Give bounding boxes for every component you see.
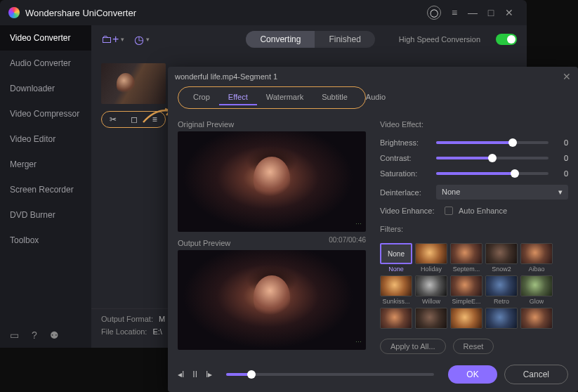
auto-enhance-checkbox[interactable] [445, 207, 453, 215]
sidebar: Video Converter Audio Converter Download… [0, 25, 91, 348]
filter-label: Retro [494, 298, 509, 305]
minimize-button[interactable]: — [464, 4, 482, 22]
deinterlace-select[interactable]: None▾ [436, 185, 568, 200]
filter-label: None [388, 266, 404, 273]
tutorial-icon[interactable]: ▭ [10, 329, 19, 341]
filter-unnamed[interactable] [380, 308, 412, 329]
filter-retro[interactable]: Retro [485, 275, 518, 305]
add-file-icon: 🗀+ [101, 33, 119, 46]
tab-crop[interactable]: Crop [184, 90, 219, 105]
sidebar-item-toolbox[interactable]: Toolbox [0, 228, 91, 253]
watermark-icon: ⋯ [355, 339, 362, 346]
filter-snow2[interactable]: Snow2 [485, 243, 518, 273]
next-frame-button[interactable]: I▸ [206, 370, 212, 379]
original-preview: ⋯ [178, 131, 366, 232]
filter-grid: NoneNoneHolidaySeptem...Snow2AibaoSunkis… [380, 243, 568, 329]
filter-septem-[interactable]: Septem... [450, 243, 482, 273]
tab-converting[interactable]: Converting [246, 31, 315, 48]
filter-unnamed[interactable] [450, 308, 482, 329]
reset-button[interactable]: Reset [453, 339, 494, 354]
brightness-label: Brightness: [380, 138, 429, 147]
file-thumbnail[interactable] [101, 63, 166, 104]
filters-label: Filters: [380, 225, 568, 233]
tab-subtitle[interactable]: Subtitle [313, 90, 357, 105]
contrast-slider[interactable] [436, 157, 549, 159]
effects-menu-icon[interactable]: ≡ [152, 115, 157, 124]
chevron-down-icon: ▾ [121, 36, 124, 43]
filter-label: Willow [422, 298, 440, 305]
filter-willow[interactable]: Willow [415, 275, 447, 305]
status-tabs: Converting Finished [246, 31, 374, 48]
filter-simplee-[interactable]: SimpleE... [450, 275, 482, 305]
contrast-value: 0 [556, 154, 568, 162]
menu-icon[interactable]: ≡ [445, 4, 464, 22]
app-logo-icon [8, 7, 20, 18]
chevron-down-icon: ▾ [146, 36, 150, 43]
sidebar-item-merger[interactable]: Merger [0, 152, 91, 177]
add-from-device-button[interactable]: ◷▾ [134, 33, 150, 46]
sidebar-item-video-editor[interactable]: Video Editor [0, 126, 91, 152]
contrast-label: Contrast: [380, 154, 429, 162]
file-location-value[interactable]: E:\ [152, 327, 162, 336]
tab-audio[interactable]: Audio [357, 90, 395, 105]
filter-unnamed[interactable] [485, 308, 518, 329]
filter-sunkiss-[interactable]: Sunkiss... [380, 275, 412, 305]
sidebar-item-video-converter[interactable]: Video Converter [0, 25, 91, 51]
prev-frame-button[interactable]: ◂I [178, 370, 184, 379]
thumb-edit-tools: ✂ ◻ ≡ [101, 111, 166, 128]
segment-title: wonderful life.mp4-Segment 1 [175, 72, 277, 81]
add-files-button[interactable]: 🗀+▾ [101, 33, 124, 46]
brightness-slider[interactable] [436, 141, 549, 144]
preview-time: 00:07/00:46 [329, 236, 366, 250]
watermark-icon: ⋯ [355, 221, 362, 228]
file-location-label: File Location: [101, 327, 147, 336]
high-speed-toggle[interactable] [496, 34, 517, 45]
filter-unnamed[interactable] [415, 308, 447, 329]
filter-unnamed[interactable] [520, 308, 553, 329]
filter-label: Aibao [528, 266, 544, 273]
trim-icon[interactable]: ✂ [110, 115, 117, 124]
output-preview: ⋯ [178, 250, 366, 351]
account-icon[interactable]: ◯ [427, 6, 441, 20]
brightness-value: 0 [556, 138, 568, 147]
video-effect-section-label: Video Effect: [380, 120, 568, 129]
sidebar-item-screen-recorder[interactable]: Screen Recorder [0, 177, 91, 202]
filter-aibao[interactable]: Aibao [520, 243, 553, 273]
saturation-slider[interactable] [436, 172, 549, 175]
sidebar-item-audio-converter[interactable]: Audio Converter [0, 51, 91, 76]
tab-finished[interactable]: Finished [315, 31, 374, 48]
high-speed-label: High Speed Conversion [399, 35, 480, 44]
disc-icon: ◷ [134, 33, 144, 46]
filter-label: Septem... [453, 266, 480, 273]
community-icon[interactable]: ⚉ [50, 329, 59, 341]
auto-enhance-label: Auto Enhance [459, 207, 507, 215]
close-button[interactable]: ✕ [500, 4, 518, 22]
filter-glow[interactable]: Glow [520, 275, 553, 305]
saturation-label: Saturation: [380, 169, 429, 178]
filter-label: SimpleE... [452, 298, 480, 305]
apply-to-all-button[interactable]: Apply to All... [380, 339, 446, 354]
filter-holiday[interactable]: Holiday [415, 243, 447, 273]
video-enhance-label: Video Enhance: [380, 207, 439, 215]
effect-tabs: Crop Effect Watermark Subtitle Audio [178, 86, 366, 109]
panel-close-button[interactable]: ✕ [563, 71, 571, 82]
output-format-value[interactable]: M [159, 315, 165, 323]
play-pause-button[interactable]: II [192, 370, 197, 379]
titlebar: Wondershare UniConverter ◯ ≡ — □ ✕ [0, 0, 527, 25]
filter-none[interactable]: NoneNone [380, 243, 412, 273]
toolbar: 🗀+▾ ◷▾ Converting Finished High Speed Co… [91, 25, 527, 53]
sidebar-item-dvd-burner[interactable]: DVD Burner [0, 202, 91, 228]
cancel-button[interactable]: Cancel [504, 365, 568, 384]
tab-watermark[interactable]: Watermark [257, 90, 313, 105]
maximize-button[interactable]: □ [482, 4, 500, 22]
scrub-slider[interactable] [226, 373, 434, 376]
crop-icon[interactable]: ◻ [131, 115, 138, 124]
sidebar-item-downloader[interactable]: Downloader [0, 76, 91, 101]
output-format-label: Output Format: [101, 315, 153, 323]
ok-button[interactable]: OK [448, 365, 497, 384]
help-icon[interactable]: ? [32, 329, 37, 341]
sidebar-item-video-compressor[interactable]: Video Compressor [0, 101, 91, 126]
tab-effect[interactable]: Effect [219, 90, 257, 105]
filter-label: Snow2 [492, 266, 511, 273]
filter-label: Sunkiss... [382, 298, 409, 305]
